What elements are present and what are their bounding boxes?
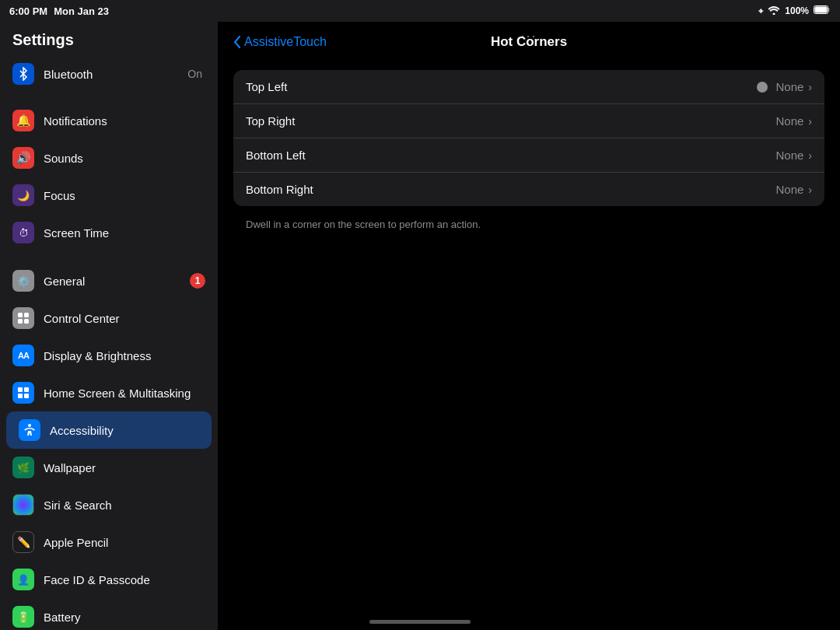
general-icon: ⚙️ bbox=[12, 270, 34, 292]
display-label: Display & Brightness bbox=[44, 349, 205, 362]
bottom-right-row[interactable]: Bottom Right None › bbox=[233, 173, 824, 206]
sidebar-item-notifications[interactable]: 🔔 Notifications bbox=[0, 102, 218, 139]
time-label: 6:00 PM bbox=[9, 5, 47, 17]
battery-icon bbox=[814, 5, 831, 16]
accessibility-label: Accessibility bbox=[50, 424, 199, 437]
screentime-icon: ⏱ bbox=[12, 222, 34, 243]
svg-rect-9 bbox=[24, 387, 29, 392]
sidebar-item-pencil[interactable]: ✏️ Apple Pencil bbox=[0, 523, 218, 561]
top-right-value: None bbox=[775, 114, 803, 128]
sidebar-item-wallpaper[interactable]: 🌿 Wallpaper bbox=[0, 449, 218, 486]
bottom-right-value: None bbox=[775, 183, 803, 196]
svg-rect-2 bbox=[828, 8, 830, 12]
siri-label: Siri & Search bbox=[44, 499, 205, 512]
notifications-icon: 🔔 bbox=[12, 110, 34, 131]
bottom-left-value: None bbox=[775, 149, 803, 162]
bluetooth-value: On bbox=[187, 68, 202, 80]
home-icon bbox=[12, 382, 34, 404]
screentime-label: Screen Time bbox=[44, 226, 205, 240]
display-icon: AA bbox=[12, 345, 34, 366]
location-icon: ⌖ bbox=[758, 6, 763, 16]
notifications-label: Notifications bbox=[44, 114, 205, 128]
sidebar-item-battery[interactable]: 🔋 Battery bbox=[0, 598, 218, 630]
sidebar-item-bluetooth[interactable]: Bluetooth On bbox=[0, 55, 218, 93]
svg-rect-8 bbox=[18, 387, 23, 392]
sidebar-item-siri[interactable]: Siri & Search bbox=[0, 486, 218, 523]
faceid-icon: 👤 bbox=[12, 569, 34, 590]
svg-point-0 bbox=[773, 12, 775, 15]
page-title: Hot Corners bbox=[491, 34, 567, 50]
battery-sidebar-icon: 🔋 bbox=[12, 606, 34, 628]
top-left-indicator bbox=[757, 82, 768, 93]
sidebar-item-screentime[interactable]: ⏱ Screen Time bbox=[0, 214, 218, 251]
top-left-value: None bbox=[775, 80, 803, 93]
svg-point-12 bbox=[28, 424, 31, 427]
main-content: AssistiveTouch ··· Hot Corners Top Left … bbox=[218, 22, 840, 630]
svg-rect-10 bbox=[18, 394, 23, 398]
top-right-chevron: › bbox=[808, 115, 812, 128]
sidebar: Settings Bluetooth On 🔔 Notifications 🔊 … bbox=[0, 22, 218, 630]
sidebar-item-sounds[interactable]: 🔊 Sounds bbox=[0, 139, 218, 177]
hot-corners-footer: Dwell in a corner on the screen to perfo… bbox=[233, 212, 824, 236]
svg-rect-7 bbox=[24, 319, 29, 324]
sidebar-item-accessibility[interactable]: Accessibility bbox=[6, 411, 212, 449]
siri-icon bbox=[12, 494, 34, 516]
svg-rect-11 bbox=[24, 394, 29, 398]
svg-rect-3 bbox=[815, 7, 828, 13]
status-bar: 6:00 PM Mon Jan 23 ⌖ 100% bbox=[0, 0, 840, 22]
sidebar-title: Settings bbox=[0, 22, 218, 55]
top-left-row[interactable]: Top Left None › bbox=[233, 70, 824, 104]
wallpaper-icon: 🌿 bbox=[12, 457, 34, 478]
wallpaper-label: Wallpaper bbox=[44, 461, 205, 474]
svg-rect-4 bbox=[18, 313, 23, 317]
top-left-label: Top Left bbox=[246, 80, 757, 93]
home-label: Home Screen & Multitasking bbox=[44, 387, 205, 400]
sidebar-group-2: ⚙️ General 1 Control Center AA Display &… bbox=[0, 262, 218, 630]
hot-corners-content: Top Left None › Top Right None › Bottom … bbox=[218, 62, 840, 630]
date-label: Mon Jan 23 bbox=[54, 5, 109, 17]
sounds-icon: 🔊 bbox=[12, 147, 34, 169]
focus-icon: 🌙 bbox=[12, 184, 34, 206]
bluetooth-icon bbox=[12, 63, 34, 85]
sidebar-item-control[interactable]: Control Center bbox=[0, 299, 218, 337]
bottom-left-row[interactable]: Bottom Left None › bbox=[233, 138, 824, 173]
sidebar-item-faceid[interactable]: 👤 Face ID & Passcode bbox=[0, 561, 218, 598]
home-indicator bbox=[369, 620, 471, 624]
focus-label: Focus bbox=[44, 189, 205, 202]
sounds-label: Sounds bbox=[44, 152, 205, 165]
back-label: AssistiveTouch bbox=[244, 35, 327, 49]
sidebar-group-1: 🔔 Notifications 🔊 Sounds 🌙 Focus ⏱ Scree… bbox=[0, 102, 218, 251]
pencil-icon: ✏️ bbox=[12, 531, 34, 553]
back-button[interactable]: AssistiveTouch bbox=[233, 35, 327, 49]
top-right-row[interactable]: Top Right None › bbox=[233, 104, 824, 138]
bottom-right-chevron: › bbox=[808, 184, 812, 196]
sidebar-item-display[interactable]: AA Display & Brightness bbox=[0, 337, 218, 374]
pencil-label: Apple Pencil bbox=[44, 536, 205, 549]
battery-label: Battery bbox=[44, 611, 205, 624]
svg-rect-6 bbox=[18, 319, 23, 324]
bottom-left-label: Bottom Left bbox=[246, 149, 775, 162]
sidebar-item-focus[interactable]: 🌙 Focus bbox=[0, 177, 218, 214]
sidebar-item-general[interactable]: ⚙️ General 1 bbox=[0, 262, 218, 299]
control-label: Control Center bbox=[44, 312, 205, 325]
control-icon bbox=[12, 307, 34, 329]
accessibility-icon bbox=[19, 419, 40, 441]
battery-label: 100% bbox=[785, 5, 809, 16]
hot-corners-group: Top Left None › Top Right None › Bottom … bbox=[233, 70, 824, 206]
top-left-chevron: › bbox=[808, 81, 812, 93]
general-label: General bbox=[44, 275, 190, 288]
general-badge: 1 bbox=[190, 273, 205, 289]
wifi-icon bbox=[768, 5, 780, 17]
bottom-left-chevron: › bbox=[808, 149, 812, 162]
faceid-label: Face ID & Passcode bbox=[44, 573, 205, 586]
nav-bar: AssistiveTouch ··· Hot Corners bbox=[218, 22, 840, 62]
bluetooth-label: Bluetooth bbox=[44, 68, 187, 81]
top-right-label: Top Right bbox=[246, 114, 775, 128]
sidebar-item-home[interactable]: Home Screen & Multitasking bbox=[0, 374, 218, 411]
svg-rect-5 bbox=[24, 313, 29, 317]
bottom-right-label: Bottom Right bbox=[246, 183, 775, 196]
